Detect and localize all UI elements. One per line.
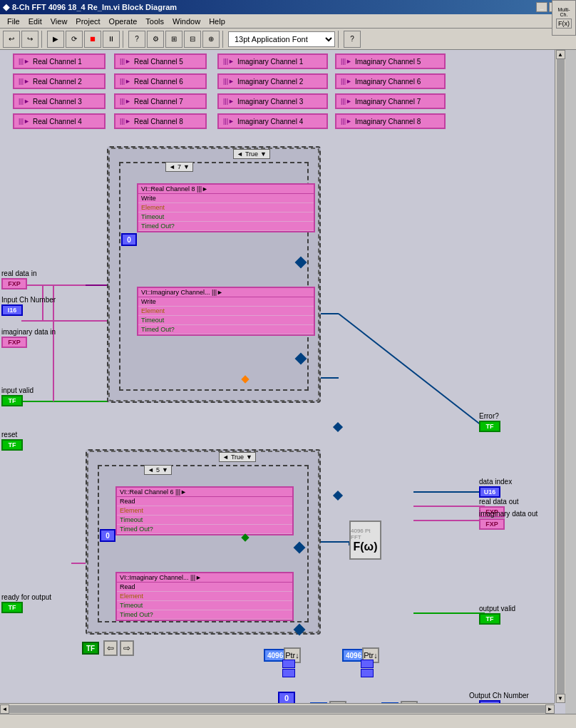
toolbar: ↩ ↪ ▶ ⟳ ⏹ ⏸ ? ⚙ ⊞ ⊟ ⊕ 13pt Application F… [0, 29, 576, 50]
back-btn[interactable]: ↩ [3, 31, 20, 48]
window-frame: ◆ 8-Ch FFT 4096 18_4 Re_Im.vi Block Diag… [0, 0, 576, 728]
menu-operate[interactable]: Operate [105, 14, 142, 28]
scroll-down-btn[interactable]: ▼ [556, 694, 565, 703]
menu-help[interactable]: Help [205, 14, 230, 28]
reset-indicator: TF [1, 439, 23, 451]
run-btn[interactable]: ▶ [47, 31, 64, 48]
output-valid-indicator: TF [479, 613, 500, 625]
real-channel-4-btn[interactable]: Real Channel 4 [13, 113, 106, 129]
scroll-track-v[interactable] [557, 59, 565, 694]
help-context-btn[interactable]: ? [344, 31, 361, 48]
menu-edit[interactable]: Edit [24, 14, 46, 28]
scroll-up-btn[interactable]: ▲ [556, 50, 565, 59]
fwd-btn[interactable]: ↪ [21, 31, 38, 48]
loop-count-bottom[interactable]: ◄ 5 ▼ [144, 465, 172, 475]
menu-project[interactable]: Project [71, 14, 104, 28]
imaginary-data-in-label: imaginary data in [1, 328, 56, 336]
bottom-tf-block: TF [82, 642, 99, 655]
real-data-out-label: real data out [479, 498, 519, 506]
scrollbar-horizontal[interactable]: ◄ ► [0, 703, 555, 714]
vi-read-imag-element: Element [117, 592, 292, 601]
ready-for-output-indicator: TF [1, 602, 23, 613]
data-index-indicator: U16 [479, 486, 500, 498]
real-channel-1-btn[interactable]: Real Channel 1 [13, 53, 106, 69]
true-selector-top[interactable]: ◄ True ▼ [233, 149, 270, 159]
clean-btn[interactable]: ⚙ [147, 31, 164, 48]
vi-write-imag-block: VI::Imaginary Channel... |||► Write Elem… [137, 287, 315, 336]
shift-block: ⇨ [120, 640, 134, 656]
imaginary-data-out-indicator: FXP [479, 518, 505, 530]
real-channel-8-btn[interactable]: Real Channel 8 [114, 113, 207, 129]
ready-for-output-label: ready for output [1, 593, 51, 601]
error-indicator: TF [479, 421, 500, 432]
real-data-in-label: real data in [1, 270, 36, 277]
vi-read-real-read: Read [117, 497, 292, 506]
loop-count-top[interactable]: ◄ 7 ▼ [165, 162, 193, 172]
dist-btn[interactable]: ⊟ [184, 31, 201, 48]
counter-blue-2 [282, 669, 295, 677]
imaginary-channel-1-btn[interactable]: Imaginary Channel 1 [217, 53, 328, 69]
probe-btn[interactable]: ? [128, 31, 145, 48]
vi-read-real-block: VI::Real Channel 6 |||► Read Element Tim… [115, 486, 294, 535]
imaginary-channel-4-btn[interactable]: Imaginary Channel 4 [217, 113, 328, 129]
true-selector-bottom[interactable]: ◄ True ▼ [219, 452, 256, 462]
real-channel-7-btn[interactable]: Real Channel 7 [114, 93, 207, 109]
counter-blue-3 [361, 660, 374, 668]
real-channel-2-btn[interactable]: Real Channel 2 [13, 73, 106, 89]
svg-line-8 [339, 314, 485, 428]
minimize-button[interactable]: _ [536, 2, 547, 12]
menu-view[interactable]: View [46, 14, 72, 28]
error-label: Error? [479, 412, 499, 420]
vi-write-real-element: Element [138, 203, 314, 212]
vi-write-imag-write: Write [138, 297, 314, 307]
zero-indicator-bottom: 0 [100, 529, 115, 542]
junction-node-2 [333, 491, 343, 501]
scrollbar-vertical[interactable]: ▲ ▼ [555, 50, 565, 703]
vi-read-imag-read: Read [117, 583, 292, 592]
vi-read-imag-timeout: Timeout [117, 601, 292, 610]
imaginary-channel-3-btn[interactable]: Imaginary Channel 3 [217, 93, 328, 109]
scroll-right-btn[interactable]: ► [545, 704, 555, 714]
vi-read-real-element: Element [117, 506, 292, 516]
vi-write-imag-element: Element [138, 307, 314, 316]
run-cont-btn[interactable]: ⟳ [66, 31, 83, 48]
imaginary-channel-6-btn[interactable]: Imaginary Channel 6 [335, 73, 446, 89]
imaginary-channel-2-btn[interactable]: Imaginary Channel 2 [217, 73, 328, 89]
stop-btn[interactable]: ⏹ [84, 31, 101, 48]
title-bar: ◆ 8-Ch FFT 4096 18_4 Re_Im.vi Block Diag… [0, 0, 576, 14]
menu-file[interactable]: File [3, 14, 24, 28]
zoom-btn[interactable]: ⊕ [202, 31, 220, 48]
vi-write-imag-timeout: Timeout [138, 316, 314, 325]
pause-btn[interactable]: ⏸ [103, 31, 120, 48]
vi-write-real-write: Write [138, 194, 314, 203]
window-title: 8-Ch FFT 4096 18_4 Re_Im.vi Block Diagra… [12, 3, 177, 11]
output-ch-number-label: Output Ch Number [469, 692, 529, 699]
app-icon: ◆ [3, 2, 9, 12]
scroll-left-btn[interactable]: ◄ [0, 704, 9, 714]
top-loop: ◄ True ▼ ◄ 7 ▼ VI::Real Channel 8 |||► W… [107, 146, 321, 403]
vi-write-real-block: VI::Real Channel 8 |||► Write Element Ti… [137, 183, 315, 232]
fft-label: 4096 Pt FFT [351, 528, 380, 540]
reset-label: reset [1, 431, 17, 439]
imaginary-channel-7-btn[interactable]: Imaginary Channel 7 [335, 93, 446, 109]
font-selector[interactable]: 13pt Application Font [228, 31, 335, 47]
vi-read-real-timeout: Timeout [117, 516, 292, 525]
counter-blue-1 [282, 660, 295, 668]
menu-window[interactable]: Window [168, 14, 205, 28]
vi-read-imag-timedout: Timed Out? [117, 610, 292, 620]
zero-indicator-top: 0 [121, 233, 137, 246]
real-channel-3-btn[interactable]: Real Channel 3 [13, 93, 106, 109]
imaginary-channel-8-btn[interactable]: Imaginary Channel 8 [335, 113, 446, 129]
vi-write-real-timeout: Timeout [138, 212, 314, 222]
menu-bar: File Edit View Project Operate Tools Win… [0, 14, 576, 29]
increment-block: ⇦ [103, 640, 118, 656]
imaginary-data-in-indicator: FXP [1, 337, 27, 348]
menu-tools[interactable]: Tools [141, 14, 168, 28]
scroll-track-h[interactable] [9, 705, 545, 713]
real-channel-5-btn[interactable]: Real Channel 5 [114, 53, 207, 69]
imaginary-channel-5-btn[interactable]: Imaginary Channel 5 [335, 53, 446, 69]
input-ch-number-label: Input Ch Number [1, 296, 56, 304]
counter-blue-4 [361, 669, 374, 677]
align-btn[interactable]: ⊞ [165, 31, 182, 48]
real-channel-6-btn[interactable]: Real Channel 6 [114, 73, 207, 89]
